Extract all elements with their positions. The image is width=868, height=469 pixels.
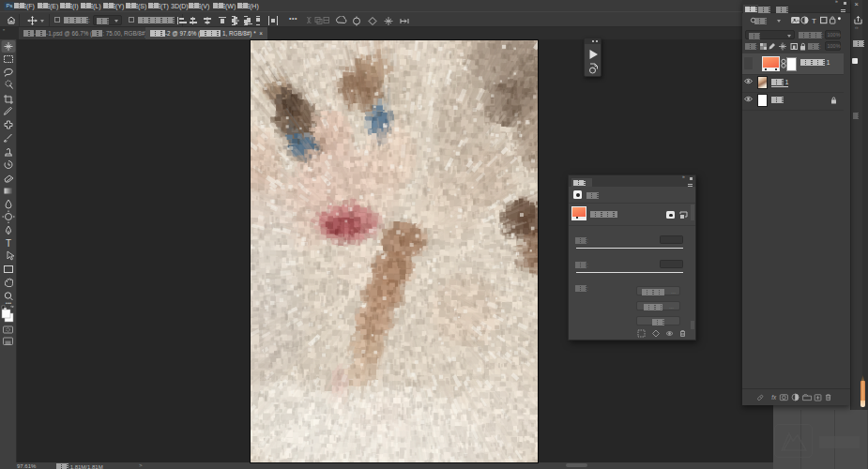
- svg-text:T: T: [6, 238, 11, 249]
- svg-text:T: T: [812, 17, 816, 25]
- svg-text:•••: •••: [6, 300, 11, 306]
- svg-text:fx: fx: [771, 394, 777, 401]
